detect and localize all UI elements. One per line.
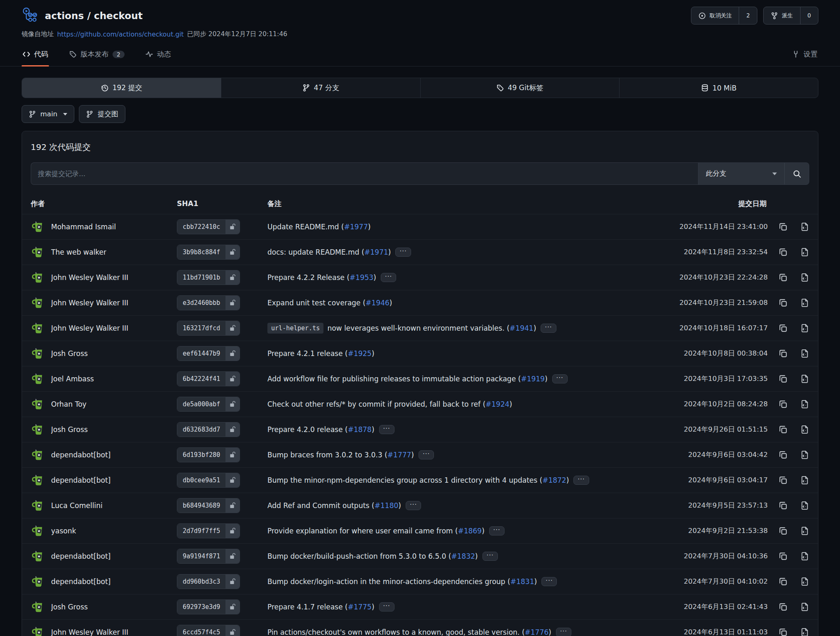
browse-source-button[interactable] (800, 374, 809, 383)
commit-author-name[interactable]: yasonk (51, 527, 76, 535)
mirror-url-link[interactable]: https://github.com/actions/checkout.git (57, 31, 184, 38)
pr-link[interactable]: #1832 (451, 552, 475, 560)
browse-source-button[interactable] (800, 552, 809, 561)
copy-sha-button[interactable] (779, 349, 788, 358)
commit-message[interactable]: Update README.md ( (267, 223, 344, 231)
forks-count[interactable]: 0 (800, 7, 818, 24)
commit-author-name[interactable]: John Wesley Walker III (51, 628, 128, 636)
commit-sha[interactable]: 6d193bf280 (177, 448, 225, 462)
expand-commit-button[interactable]: ··· (379, 602, 394, 611)
copy-sha-button[interactable] (779, 577, 788, 586)
commit-sha-badge[interactable]: 3b9b8c884f (177, 245, 240, 260)
avatar[interactable] (31, 295, 46, 310)
browse-source-button[interactable] (800, 602, 809, 611)
commit-sha-badge[interactable]: 6b42224f41 (177, 371, 240, 386)
avatar[interactable] (31, 625, 46, 636)
commit-sha-badge[interactable]: db0cee9a51 (177, 473, 240, 488)
avatar[interactable] (31, 599, 46, 614)
browse-source-button[interactable] (800, 476, 809, 485)
stat-commits[interactable]: 192 提交 (22, 78, 221, 98)
copy-sha-button[interactable] (779, 628, 788, 636)
commit-sha-badge[interactable]: 6ccd57f4c5 (177, 625, 240, 636)
commit-sha[interactable]: b684943689 (177, 498, 225, 513)
pr-link[interactable]: #1977 (344, 223, 368, 231)
pr-link[interactable]: #1971 (364, 248, 388, 256)
browse-source-button[interactable] (800, 349, 809, 358)
commit-sha[interactable]: 3b9b8c884f (177, 245, 225, 259)
browse-source-button[interactable] (800, 298, 809, 307)
pr-link[interactable]: #1872 (542, 476, 566, 484)
commit-author-name[interactable]: John Wesley Walker III (51, 324, 128, 332)
commit-author-name[interactable]: dependabot[bot] (51, 552, 110, 560)
commit-author-name[interactable]: dependabot[bot] (51, 476, 110, 484)
pr-link[interactable]: #1869 (458, 527, 482, 535)
tab-code[interactable]: 代码 (22, 46, 49, 66)
commit-sha[interactable]: 6ccd57f4c5 (177, 625, 225, 636)
browse-source-button[interactable] (800, 273, 809, 282)
expand-commit-button[interactable]: ··· (482, 552, 498, 561)
commit-sha[interactable]: 2d7d9f7ff5 (177, 524, 225, 538)
unwatch-button[interactable]: 取消关注 (691, 7, 739, 24)
commit-message[interactable]: Bump docker/login-action in the minor-ac… (267, 577, 510, 586)
commit-author-name[interactable]: Josh Gross (51, 425, 88, 434)
avatar[interactable] (31, 270, 46, 285)
commit-sha-badge[interactable]: 692973e3d9 (177, 599, 240, 614)
commit-sha[interactable]: d632683dd7 (177, 422, 225, 437)
commit-author-name[interactable]: dependabot[bot] (51, 451, 110, 459)
copy-sha-button[interactable] (779, 425, 788, 434)
commit-sha[interactable]: eef61447b9 (177, 346, 225, 361)
tab-releases[interactable]: 版本发布 2 (68, 46, 125, 66)
branch-selector[interactable]: main (22, 105, 74, 123)
commit-message[interactable]: now leverages well-known environment var… (327, 324, 509, 332)
avatar[interactable] (31, 523, 46, 538)
expand-commit-button[interactable]: ··· (541, 577, 557, 586)
pr-link[interactable]: #1776 (525, 628, 549, 636)
branch-filter-dropdown[interactable]: 此分支 (698, 162, 784, 185)
copy-sha-button[interactable] (779, 526, 788, 535)
commit-message[interactable]: Bump the minor-npm-dependencies group ac… (267, 476, 542, 484)
commit-sha-badge[interactable]: 11bd71901b (177, 270, 240, 285)
stat-branches[interactable]: 47 分支 (221, 78, 420, 98)
avatar[interactable] (31, 371, 46, 386)
copy-sha-button[interactable] (779, 400, 788, 409)
commit-message[interactable]: Prepare 4.2.0 release ( (267, 425, 348, 434)
commit-sha[interactable]: cbb722410c (177, 220, 225, 234)
commit-message[interactable]: Bump braces from 3.0.2 to 3.0.3 ( (267, 451, 387, 459)
commit-author-name[interactable]: Joel Ambass (51, 375, 94, 383)
browse-source-button[interactable] (800, 526, 809, 535)
pr-link[interactable]: #1831 (510, 577, 534, 586)
tab-activity[interactable]: 动态 (144, 46, 172, 66)
avatar[interactable] (31, 219, 46, 234)
pr-link[interactable]: #1180 (375, 501, 399, 510)
pr-link[interactable]: #1878 (348, 425, 372, 434)
pr-link[interactable]: #1919 (521, 375, 545, 383)
commit-sha-badge[interactable]: eef61447b9 (177, 346, 240, 361)
avatar[interactable] (31, 473, 46, 488)
commit-sha-badge[interactable]: 6d193bf280 (177, 447, 240, 462)
search-input[interactable] (31, 162, 698, 185)
browse-source-button[interactable] (800, 222, 809, 231)
browse-source-button[interactable] (800, 628, 809, 636)
pr-link[interactable]: #1925 (348, 349, 372, 358)
fork-button[interactable]: 派生 (764, 7, 800, 24)
commit-message[interactable]: Add workflow file for publishing release… (267, 375, 521, 383)
commit-graph-button[interactable]: 提交图 (79, 105, 125, 123)
avatar[interactable] (31, 397, 46, 412)
commit-sha-badge[interactable]: d632683dd7 (177, 422, 240, 437)
copy-sha-button[interactable] (779, 222, 788, 231)
commit-sha[interactable]: 6b42224f41 (177, 372, 225, 386)
stat-size[interactable]: 10 MiB (619, 78, 818, 98)
copy-sha-button[interactable] (779, 602, 788, 611)
commit-sha[interactable]: dd960bd3c3 (177, 575, 225, 589)
commit-sha[interactable]: db0cee9a51 (177, 473, 225, 487)
commit-author-name[interactable]: Josh Gross (51, 603, 88, 611)
pr-link[interactable]: #1953 (350, 273, 374, 282)
copy-sha-button[interactable] (779, 273, 788, 282)
pr-link[interactable]: #1775 (348, 603, 372, 611)
commit-message[interactable]: Prepare 4.2.1 release ( (267, 349, 348, 358)
commit-author-name[interactable]: Luca Comellini (51, 501, 103, 510)
commit-message[interactable]: docs: update README.md ( (267, 248, 364, 256)
copy-sha-button[interactable] (779, 476, 788, 485)
stat-tags[interactable]: 49 Git标签 (420, 78, 619, 98)
avatar[interactable] (31, 422, 46, 437)
